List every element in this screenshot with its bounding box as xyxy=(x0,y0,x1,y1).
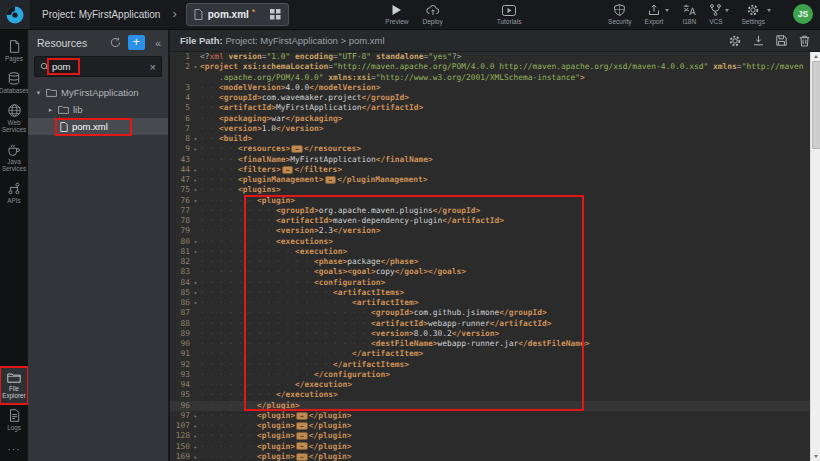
fold-marker-icon[interactable]: ▾ xyxy=(191,278,200,288)
sidebar-item-web-services[interactable]: Web Services xyxy=(0,99,28,138)
folded-code-widget[interactable]: ↔ xyxy=(291,145,303,153)
fold-marker-icon[interactable]: ▸ xyxy=(191,442,200,452)
code-line[interactable]: 96· · · · · · </plugin> xyxy=(170,401,820,411)
code-line[interactable]: 75▾· · · · <plugins> xyxy=(170,185,820,195)
code-line[interactable]: 79· · · · · · · · <version>2.3</version> xyxy=(170,226,820,236)
code-line[interactable]: 97▸· · · · · · <plugin>↔</plugin> xyxy=(170,411,820,421)
code-line[interactable]: 91· · · · · · · · · · · · · · · · </arti… xyxy=(170,349,820,359)
code-line[interactable]: 94· · · · · · · · · · </execution> xyxy=(170,380,820,390)
code-line[interactable]: 1<?xml version="1.0" encoding="UTF-8" st… xyxy=(170,52,820,62)
code-line[interactable]: 2▾<project xsi:schemaLocation="http://ma… xyxy=(170,62,820,72)
code-line[interactable]: 88· · · · · · · · · · · · · · · · · · <a… xyxy=(170,319,820,329)
save-icon[interactable] xyxy=(776,35,787,46)
folded-code-widget[interactable]: ↔ xyxy=(296,453,308,461)
grid-icon[interactable] xyxy=(270,9,281,20)
sidebar-item-file-explorer[interactable]: File Explorer xyxy=(0,367,28,404)
i18n-button[interactable]: I18N xyxy=(682,4,696,25)
security-button[interactable]: Security xyxy=(608,4,631,25)
fold-marker-icon[interactable]: ▸ xyxy=(191,411,200,421)
code-line[interactable]: 87· · · · · · · · · · · · · · · · · · <g… xyxy=(170,308,820,318)
code-line[interactable]: 78· · · · · · · · <artifactId>maven-depe… xyxy=(170,216,820,226)
code-line[interactable]: 169▸· · · · · · <plugin>↔</plugin> xyxy=(170,452,820,461)
code-line[interactable]: 8▾· · <build> xyxy=(170,134,820,144)
folded-code-widget[interactable]: ↔ xyxy=(296,422,308,430)
preview-button[interactable]: Preview xyxy=(385,4,408,25)
editor-scrollbar[interactable] xyxy=(810,52,820,461)
folded-code-widget[interactable]: ↔ xyxy=(325,176,337,184)
sidebar-item-pages[interactable]: Pages xyxy=(0,35,28,67)
download-icon[interactable] xyxy=(753,35,764,46)
fold-marker-icon[interactable]: ▸ xyxy=(191,144,200,154)
settings-button[interactable]: Settings xyxy=(742,4,766,25)
sidebar-item-databases[interactable]: Databases xyxy=(0,67,28,99)
vcs-button[interactable]: VCS xyxy=(709,4,722,25)
code-line[interactable]: 95· · · · · · · · </executions> xyxy=(170,390,820,400)
code-line[interactable]: 86▾· · · · · · · · · · · · · · · · <arti… xyxy=(170,298,820,308)
scroll-up-arrow-icon[interactable] xyxy=(811,52,820,61)
fold-marker-icon[interactable]: ▸ xyxy=(191,421,200,431)
code-line[interactable]: 5· · <artifactId>MyFirstApplication</art… xyxy=(170,103,820,113)
scroll-down-arrow-icon[interactable] xyxy=(811,452,820,461)
code-line[interactable]: 92· · · · · · · · · · · · · · </artifact… xyxy=(170,360,820,370)
code-line[interactable]: 85▾· · · · · · · · · · · · · · <artifact… xyxy=(170,288,820,298)
caret-right-icon[interactable]: ▸ xyxy=(47,106,54,114)
tab-pom-xml[interactable]: pom.xml * xyxy=(186,3,290,26)
tree-item-lib[interactable]: ▸ lib xyxy=(28,101,168,118)
code-line[interactable]: 81▾· · · · · · · · · · <execution> xyxy=(170,247,820,257)
code-line[interactable]: 43· · · · <finalName>MyFirstApplication<… xyxy=(170,155,820,165)
fold-marker-icon[interactable]: ▾ xyxy=(191,196,200,206)
code-line[interactable]: 6· · <packaging>war</packaging> xyxy=(170,114,820,124)
code-line[interactable]: 47▸· · · · <pluginManagement>↔</pluginMa… xyxy=(170,175,820,185)
fold-marker-icon[interactable]: ▸ xyxy=(191,452,200,461)
fold-marker-icon[interactable]: ▾ xyxy=(191,237,200,247)
collapse-panel-button[interactable]: « xyxy=(152,37,164,49)
fold-marker-icon[interactable]: ▾ xyxy=(191,288,200,298)
code-line[interactable]: 82· · · · · · · · · · · · <phase>package… xyxy=(170,257,820,267)
tutorials-button[interactable]: Tutorials xyxy=(497,5,522,25)
tree-item-pom-xml[interactable]: pom.xml xyxy=(28,118,168,135)
code-line[interactable]: 77· · · · · · · · <groupId>org.apache.ma… xyxy=(170,206,820,216)
code-line[interactable]: 44▸· · · · <filters>↔</filters> xyxy=(170,165,820,175)
code-line[interactable]: 107▸· · · · · · <plugin>↔</plugin> xyxy=(170,421,820,431)
clear-search-icon[interactable]: × xyxy=(150,61,156,73)
fold-marker-icon[interactable]: ▾ xyxy=(191,185,200,195)
fold-marker-icon[interactable]: ▾ xyxy=(191,134,200,144)
code-line[interactable]: 150▸· · · · · · <plugin>↔</plugin> xyxy=(170,442,820,452)
code-line[interactable]: 83· · · · · · · · · · · · <goals><goal>c… xyxy=(170,267,820,277)
wavemaker-logo-icon[interactable] xyxy=(0,0,30,29)
sidebar-more-button[interactable]: ··· xyxy=(8,436,21,461)
folded-code-widget[interactable]: ↔ xyxy=(296,432,308,440)
code-line[interactable]: 4· · <groupId>com.wavemaker.project</gro… xyxy=(170,93,820,103)
sidebar-item-apis[interactable]: APIs xyxy=(0,177,28,209)
fold-marker-icon[interactable]: ▾ xyxy=(191,62,200,72)
export-button[interactable]: Export xyxy=(645,4,664,25)
code-line[interactable]: 80▾· · · · · · · · <executions> xyxy=(170,237,820,247)
sidebar-item-java-services[interactable]: Java Services xyxy=(0,138,28,177)
search-input[interactable]: pom × xyxy=(34,56,162,77)
fold-marker-icon[interactable]: ▾ xyxy=(191,298,200,308)
scrollbar-thumb[interactable] xyxy=(812,61,820,149)
code-line[interactable]: 7· · <version>1.0</version> xyxy=(170,124,820,134)
folded-code-widget[interactable]: ↔ xyxy=(282,166,294,174)
code-line[interactable]: 84▾· · · · · · · · · · · · <configuratio… xyxy=(170,278,820,288)
fold-marker-icon[interactable]: ▸ xyxy=(191,431,200,441)
deploy-button[interactable]: Deploy xyxy=(422,4,442,25)
add-resource-button[interactable]: + xyxy=(128,35,145,50)
code-editor[interactable]: 1<?xml version="1.0" encoding="UTF-8" st… xyxy=(170,52,820,461)
delete-icon[interactable] xyxy=(799,35,810,47)
user-avatar[interactable]: JS xyxy=(793,4,813,24)
code-line[interactable]: .apache.org/POM/4.0.0" xmlns:xsi="http:/… xyxy=(170,73,820,83)
sidebar-item-logs[interactable]: Logs xyxy=(0,404,28,436)
code-line[interactable]: 128▸· · · · · · <plugin>↔</plugin> xyxy=(170,431,820,441)
refresh-icon[interactable] xyxy=(110,37,121,48)
code-line[interactable]: 76▾· · · · · · <plugin> xyxy=(170,196,820,206)
tree-item-myfirstapplication[interactable]: ▾ MyFirstApplication xyxy=(28,84,168,101)
code-line[interactable]: 89· · · · · · · · · · · · · · · · · · <v… xyxy=(170,329,820,339)
caret-down-icon[interactable]: ▾ xyxy=(35,89,42,97)
code-line[interactable]: 93· · · · · · · · · · · · </configuratio… xyxy=(170,370,820,380)
folded-code-widget[interactable]: ↔ xyxy=(296,442,308,450)
editor-settings-gear-icon[interactable] xyxy=(729,35,741,47)
fold-marker-icon[interactable]: ▸ xyxy=(191,175,200,185)
fold-marker-icon[interactable]: ▸ xyxy=(191,165,200,175)
code-line[interactable]: 90· · · · · · · · · · · · · · · · · · <d… xyxy=(170,339,820,349)
